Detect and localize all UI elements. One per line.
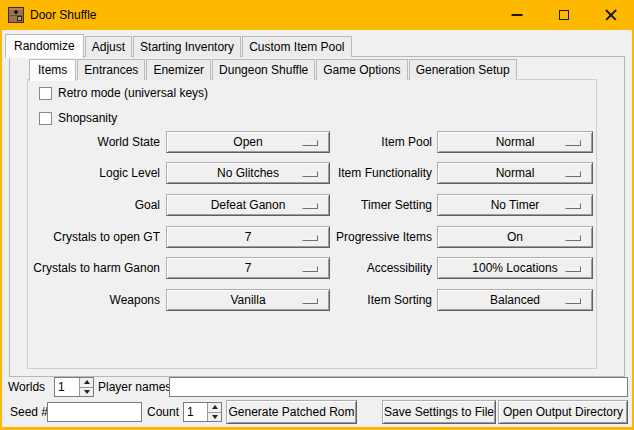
open-output-directory-button[interactable]: Open Output Directory [498, 400, 628, 424]
dropdown-indicator-icon [302, 266, 318, 272]
dropdown-indicator-icon [302, 203, 318, 209]
timer-setting-value: No Timer [491, 198, 540, 212]
generate-patched-rom-button[interactable]: Generate Patched Rom [226, 400, 357, 424]
item-functionality-dropdown[interactable]: Normal [437, 162, 593, 184]
world-state-value: Open [233, 135, 262, 149]
item-pool-label: Item Pool [381, 131, 432, 153]
retro-mode-row: Retro mode (universal keys) [39, 86, 208, 100]
tab-entrances[interactable]: Entrances [77, 59, 145, 80]
dropdown-indicator-icon [302, 235, 318, 241]
progressive-items-label: Progressive Items [336, 226, 432, 248]
player-names-input[interactable] [169, 377, 628, 397]
window-border-left [0, 30, 2, 430]
spin-up-icon[interactable] [80, 378, 93, 387]
titlebar: Door Shuffle [0, 0, 634, 30]
progressive-items-value: On [507, 230, 523, 244]
timer-setting-dropdown[interactable]: No Timer [437, 194, 593, 216]
item-sorting-value: Balanced [490, 293, 540, 307]
tab-custom-item-pool[interactable]: Custom Item Pool [242, 36, 351, 57]
sub-tabs: Items Entrances Enemizer Dungeon Shuffle… [29, 58, 517, 80]
progressive-items-dropdown[interactable]: On [437, 226, 593, 248]
world-state-dropdown[interactable]: Open [166, 131, 330, 153]
tab-randomize[interactable]: Randomize [5, 34, 84, 58]
world-state-label: World State [98, 131, 160, 153]
window: Door Shuffle Randomize Adjust Starting I… [0, 0, 634, 430]
spin-up-icon[interactable] [208, 403, 221, 412]
accessibility-dropdown[interactable]: 100% Locations [437, 257, 593, 279]
timer-setting-label: Timer Setting [361, 194, 432, 216]
seed-input[interactable] [47, 402, 142, 422]
count-label: Count [147, 402, 179, 422]
logic-level-dropdown[interactable]: No Glitches [166, 162, 330, 184]
crystals-harm-ganon-label: Crystals to harm Ganon [33, 257, 160, 279]
weapons-dropdown[interactable]: Vanilla [166, 289, 330, 311]
retro-mode-label: Retro mode (universal keys) [58, 86, 208, 100]
worlds-spinner[interactable] [54, 377, 94, 397]
app-icon [8, 7, 24, 23]
player-names-label: Player names [98, 377, 171, 397]
maximize-button[interactable] [541, 0, 587, 30]
spin-down-icon[interactable] [80, 387, 93, 397]
dropdown-indicator-icon [565, 140, 581, 146]
tab-items[interactable]: Items [29, 59, 76, 81]
crystals-open-gt-dropdown[interactable]: 7 [166, 226, 330, 248]
dropdown-indicator-icon [302, 140, 318, 146]
worlds-label: Worlds [8, 377, 45, 397]
retro-mode-checkbox[interactable] [39, 87, 52, 100]
count-input[interactable] [184, 403, 207, 421]
weapons-value: Vanilla [230, 293, 265, 307]
accessibility-value: 100% Locations [472, 261, 557, 275]
main-tabs: Randomize Adjust Starting Inventory Cust… [5, 33, 352, 57]
goal-dropdown[interactable]: Defeat Ganon [166, 194, 330, 216]
item-sorting-dropdown[interactable]: Balanced [437, 289, 593, 311]
crystals-harm-ganon-dropdown[interactable]: 7 [166, 257, 330, 279]
worlds-spinner-buttons [79, 378, 93, 396]
dropdown-indicator-icon [565, 235, 581, 241]
tab-generation-setup[interactable]: Generation Setup [409, 59, 517, 80]
item-functionality-label: Item Functionality [338, 162, 432, 184]
crystals-open-gt-value: 7 [245, 230, 252, 244]
logic-level-label: Logic Level [99, 162, 160, 184]
crystals-harm-ganon-value: 7 [245, 261, 252, 275]
worlds-input[interactable] [55, 378, 79, 396]
count-spinner-buttons [207, 403, 221, 421]
logic-level-value: No Glitches [217, 166, 279, 180]
item-sorting-label: Item Sorting [367, 289, 432, 311]
tab-starting-inventory[interactable]: Starting Inventory [133, 36, 241, 57]
dropdown-indicator-icon [565, 298, 581, 304]
item-pool-value: Normal [496, 135, 535, 149]
dropdown-indicator-icon [565, 171, 581, 177]
minimize-icon [512, 14, 523, 16]
shopsanity-row: Shopsanity [39, 111, 117, 125]
shopsanity-checkbox[interactable] [39, 112, 52, 125]
weapons-label: Weapons [110, 289, 160, 311]
count-spinner[interactable] [183, 402, 222, 422]
spin-down-icon[interactable] [208, 412, 221, 422]
close-icon [605, 9, 617, 21]
item-pool-dropdown[interactable]: Normal [437, 131, 593, 153]
shopsanity-label: Shopsanity [58, 111, 117, 125]
seed-label: Seed # [10, 402, 48, 422]
dropdown-indicator-icon [302, 298, 318, 304]
tab-enemizer[interactable]: Enemizer [146, 59, 211, 80]
save-settings-button[interactable]: Save Settings to File [382, 400, 496, 424]
window-title: Door Shuffle [30, 0, 97, 30]
dropdown-indicator-icon [302, 171, 318, 177]
minimize-button[interactable] [494, 0, 540, 30]
dropdown-indicator-icon [565, 203, 581, 209]
item-functionality-value: Normal [496, 166, 535, 180]
crystals-open-gt-label: Crystals to open GT [53, 226, 160, 248]
tab-game-options[interactable]: Game Options [316, 59, 407, 80]
goal-label: Goal [135, 194, 160, 216]
tab-adjust[interactable]: Adjust [85, 36, 132, 57]
maximize-icon [559, 10, 569, 20]
goal-value: Defeat Ganon [211, 198, 286, 212]
close-button[interactable] [588, 0, 634, 30]
dropdown-indicator-icon [565, 266, 581, 272]
accessibility-label: Accessibility [367, 257, 432, 279]
tab-dungeon-shuffle[interactable]: Dungeon Shuffle [212, 59, 315, 80]
